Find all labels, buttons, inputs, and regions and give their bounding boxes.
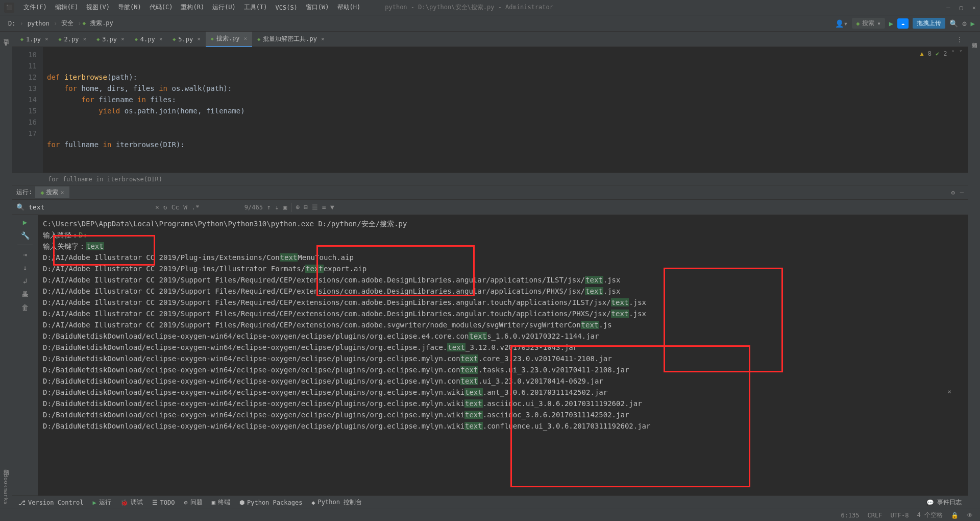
python-file-icon: ◆	[83, 20, 86, 27]
regex-icon[interactable]: .*	[191, 203, 200, 211]
select-occurrences-icon[interactable]: ☰	[312, 203, 318, 211]
menu-navigate[interactable]: 导航(N)	[114, 3, 145, 12]
whole-word-icon[interactable]: W	[183, 203, 187, 211]
settings-icon[interactable]: ⚙	[962, 19, 966, 28]
chevron-up-icon[interactable]: ˆ	[951, 50, 955, 57]
close-icon[interactable]: ×	[159, 36, 163, 42]
trash-icon[interactable]: 🗑	[21, 303, 29, 312]
crumb-drive[interactable]: D:	[5, 20, 18, 27]
run-tool-button[interactable]: ▶运行	[92, 498, 111, 507]
menu-edit[interactable]: 编辑(E)	[51, 3, 83, 12]
minimize-panel-icon[interactable]: —	[960, 189, 964, 196]
folder-icon[interactable]: ▮	[4, 40, 8, 47]
close-icon[interactable]: ×	[60, 189, 64, 196]
menu-code[interactable]: 代码(C)	[145, 3, 177, 12]
menu-vcs[interactable]: VCS(S)	[272, 4, 302, 11]
ok-count: 2	[943, 50, 947, 57]
execute-icon[interactable]: ▶	[971, 19, 975, 28]
caret-position[interactable]: 6:135	[841, 512, 859, 519]
console-output[interactable]: C:\Users\DEP\AppData\Local\Programs\Pyth…	[38, 215, 968, 495]
debug-tool-button[interactable]: 🐞调试	[120, 498, 143, 507]
toggle-icon[interactable]: ≡	[322, 203, 326, 211]
menu-file[interactable]: 文件(F)	[19, 3, 51, 12]
select-all-icon[interactable]: ▣	[283, 203, 287, 211]
tab-5py[interactable]: ◆5.py×	[167, 32, 206, 47]
inspections-widget[interactable]: ▲8 ✔2 ˆ ˇ	[920, 50, 963, 57]
code-editor[interactable]: 10111213 14151617 def iterbrowse(path): …	[12, 47, 968, 173]
user-icon[interactable]: 👤▾	[835, 19, 848, 28]
notifications-tool-button[interactable]: 通知	[970, 34, 978, 38]
menu-refactor[interactable]: 重构(R)	[177, 3, 208, 12]
maximize-icon[interactable]: ▢	[960, 4, 963, 11]
remove-selection-icon[interactable]: ⊟	[304, 203, 308, 211]
menu-window[interactable]: 窗口(W)	[302, 3, 333, 12]
search-icon[interactable]: 🔍	[949, 19, 958, 28]
clear-icon[interactable]: ×	[155, 203, 159, 211]
tab-batch-py[interactable]: ◆批量加解密工具.py×	[252, 32, 329, 47]
next-match-icon[interactable]: ↓	[275, 203, 279, 211]
gear-icon[interactable]: ⚙	[951, 189, 955, 196]
tab-4py[interactable]: ◆4.py×	[130, 32, 168, 47]
event-log-button[interactable]: 💬事件日志	[926, 498, 962, 507]
tab-2py[interactable]: ◆2.py×	[54, 32, 92, 47]
lock-icon[interactable]: 🔒	[951, 512, 959, 519]
python-icon: ◆	[311, 499, 315, 506]
prev-match-icon[interactable]: ↑	[267, 203, 271, 211]
run-tab-label: 搜索	[46, 188, 58, 197]
menu-tools[interactable]: 工具(T)	[240, 3, 272, 12]
bookmarks-tool-button[interactable]: Bookmarks	[3, 474, 9, 505]
balloon-icon: 💬	[926, 499, 934, 506]
tab-3py[interactable]: ◆3.py×	[91, 32, 130, 47]
drag-upload-button[interactable]: 拖拽上传	[913, 18, 945, 29]
cloud-upload-icon[interactable]: ☁	[897, 18, 909, 29]
todo-tool-button[interactable]: ☰TODO	[152, 499, 175, 506]
tab-1py[interactable]: ◆1.py×	[15, 32, 54, 47]
close-icon[interactable]: ×	[197, 36, 201, 42]
line-separator[interactable]: CRLF	[868, 512, 883, 519]
print-icon[interactable]: 🖶	[21, 290, 29, 298]
crumb-file[interactable]: 搜索.py	[87, 19, 116, 28]
config-selector[interactable]: ◆ 搜索 ▾	[852, 18, 885, 29]
console-tool-button[interactable]: ◆Python 控制台	[311, 498, 362, 507]
crumb-folder-2[interactable]: 安全	[58, 19, 77, 28]
tab-search-py[interactable]: ◆搜索.py×	[206, 32, 252, 47]
crumb-folder-1[interactable]: python	[24, 20, 53, 27]
indent-setting[interactable]: 4 个空格	[917, 511, 943, 519]
close-window-icon[interactable]: ✕	[972, 4, 976, 11]
editor-scrollbar[interactable]	[971, 48, 978, 181]
close-icon[interactable]: ×	[244, 35, 248, 42]
close-icon[interactable]: ×	[321, 36, 325, 42]
readonly-icon[interactable]: 👁	[967, 512, 973, 519]
chevron-down-icon[interactable]: ˇ	[959, 50, 963, 57]
packages-tool-button[interactable]: ⬢Python Packages	[239, 499, 302, 506]
run-icon[interactable]: ▶	[889, 19, 893, 28]
python-icon: ◆	[59, 36, 62, 42]
run-config-tab[interactable]: ◆ 搜索 ×	[35, 186, 69, 198]
code-body[interactable]: def iterbrowse(path): for home, dirs, fi…	[43, 47, 968, 173]
rerun-icon[interactable]: ▶	[23, 218, 27, 226]
run-header: 运行: ◆ 搜索 × ⚙ —	[12, 185, 968, 200]
close-icon[interactable]: ×	[83, 36, 87, 42]
menu-help[interactable]: 帮助(H)	[333, 3, 365, 12]
find-input[interactable]	[29, 203, 151, 211]
step-icon[interactable]: ⇥	[23, 250, 27, 258]
filter-icon[interactable]: ▼	[330, 203, 334, 211]
soft-wrap-icon[interactable]: ↲	[23, 277, 27, 285]
menu-run[interactable]: 运行(U)	[208, 3, 240, 12]
python-icon: ◆	[173, 36, 176, 42]
close-icon[interactable]: ×	[121, 36, 125, 42]
vcs-tool-button[interactable]: ⎇Version Control	[18, 499, 83, 506]
match-case-icon[interactable]: Cc	[172, 203, 180, 211]
add-selection-icon[interactable]: ⊕	[296, 203, 300, 211]
minimize-icon[interactable]: —	[946, 4, 950, 11]
code-breadcrumb[interactable]: for fullname in iterbrowse(DIR)	[12, 173, 968, 185]
menu-view[interactable]: 视图(V)	[82, 3, 114, 12]
close-icon[interactable]: ×	[45, 36, 48, 42]
tabs-more-icon[interactable]: ⋮	[957, 36, 968, 43]
debug-icon[interactable]: 🔧	[21, 231, 30, 240]
problems-tool-button[interactable]: ⊘问题	[184, 498, 203, 507]
history-icon[interactable]: ↻	[163, 203, 167, 211]
terminal-tool-button[interactable]: ▣终端	[212, 498, 230, 507]
file-encoding[interactable]: UTF-8	[890, 512, 909, 519]
down-icon[interactable]: ↓	[23, 264, 27, 272]
